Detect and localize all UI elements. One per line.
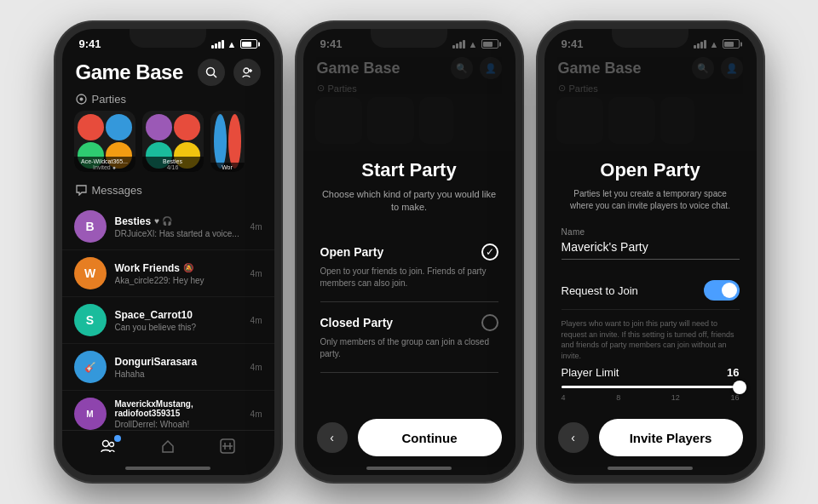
msg-name-spacecarrot: Space_Carrot10 — [115, 309, 242, 321]
party-name-field[interactable]: Name Maverick's Party — [562, 227, 740, 260]
nav-badge — [114, 435, 121, 442]
faded-add-3: 👤 — [721, 57, 743, 79]
open-party-radio[interactable]: ✓ — [481, 243, 498, 261]
config-content-3: Open Party Parties let you create a temp… — [544, 151, 757, 410]
closed-party-option[interactable]: Closed Party Only members of the group c… — [320, 302, 498, 373]
avatar-besties: B — [74, 210, 107, 243]
faded-title-3: Game Base — [558, 60, 642, 77]
message-item-maverick[interactable]: M MaverickxMustang, radiofoot359315 Drol… — [62, 391, 274, 430]
nav-party[interactable] — [219, 438, 236, 455]
status-icons-2: ▲ — [452, 39, 498, 49]
back-button-3[interactable]: ‹ — [558, 422, 589, 453]
home-indicator-1 — [125, 467, 210, 470]
message-item-besties[interactable]: B Besties ♥ 🎧 DRJuiceXl: Has started a v… — [62, 203, 274, 250]
phone-1-screen: 9:41 ▲ Game Base — [62, 29, 274, 475]
faded-add-2: 👤 — [480, 57, 502, 79]
faded-parties-label-3: ⊙Parties — [558, 83, 743, 94]
msg-time-workfriends: 4m — [251, 269, 262, 278]
msg-time-besties: 4m — [251, 222, 262, 232]
faded-search-2: 🔍 — [451, 57, 473, 79]
phones-container: 9:41 ▲ Game Base — [38, 5, 781, 499]
phone-1-notch — [130, 29, 206, 48]
search-button-1[interactable] — [198, 59, 225, 86]
msg-content-donguri: DonguriSarasara Hahaha — [115, 356, 242, 379]
msg-preview-donguri: Hahaha — [115, 369, 242, 379]
app-title-1: Game Base — [76, 60, 183, 84]
message-item-spacecarrot[interactable]: S Space_Carrot10 Can you believe this? 4… — [62, 297, 274, 344]
status-time-2: 9:41 — [320, 37, 343, 50]
svg-point-8 — [110, 443, 114, 447]
modal-bottom-2: ‹ Continue — [303, 410, 516, 456]
home-indicator-2 — [366, 467, 452, 470]
request-desc: Players who want to join this party will… — [562, 318, 740, 361]
start-party-modal: Start Party Choose which kind of party y… — [303, 151, 516, 467]
player-limit-slider[interactable] — [562, 386, 740, 388]
open-party-name: Open Party — [320, 245, 384, 259]
faded-title-2: Game Base — [317, 60, 400, 77]
status-icons-1: ▲ — [211, 39, 257, 49]
name-input[interactable]: Maverick's Party — [562, 240, 740, 260]
invite-players-button[interactable]: Invite Players — [599, 419, 743, 456]
msg-preview-spacecarrot: Can you believe this? — [115, 323, 242, 332]
tick-12: 12 — [671, 393, 680, 402]
phone-2: 9:41 ▲ Game Base 🔍 👤 ⊙Parties — [297, 22, 522, 482]
svg-point-7 — [103, 441, 109, 447]
name-label: Name — [562, 227, 740, 237]
svg-point-0 — [206, 68, 214, 76]
config-subtitle-3: Parties let you create a temporary space… — [562, 188, 740, 212]
faded-app-header-2: Game Base 🔍 👤 ⊙Parties — [303, 54, 516, 97]
faded-parties-label-2: ⊙Parties — [317, 83, 502, 94]
add-friend-button-1[interactable] — [233, 59, 261, 86]
svg-point-6 — [79, 98, 83, 101]
faded-parties-row-3 — [544, 97, 757, 151]
back-icon-3: ‹ — [571, 431, 575, 444]
modal-title-2: Start Party — [320, 159, 498, 181]
back-icon-2: ‹ — [330, 431, 334, 444]
continue-button[interactable]: Continue — [358, 419, 502, 456]
nav-home[interactable] — [159, 438, 176, 455]
party-card-aceWildcat[interactable]: Ace-Wildcat365... Invited ● — [74, 111, 135, 172]
closed-party-radio[interactable] — [481, 314, 498, 331]
nav-friends[interactable] — [100, 438, 117, 455]
message-item-donguri[interactable]: 🎸 DonguriSarasara Hahaha 4m — [62, 344, 274, 391]
msg-content-besties: Besties ♥ 🎧 DRJuiceXl: Has started a voi… — [115, 215, 242, 238]
phone-3: 9:41 ▲ Game Base 🔍 👤 ⊙Parties — [538, 22, 763, 482]
check-icon: ✓ — [486, 246, 494, 258]
signal-icon-1 — [211, 40, 224, 49]
party-card-besties[interactable]: Besties 4/16 — [142, 111, 204, 172]
message-list-1: B Besties ♥ 🎧 DRJuiceXl: Has started a v… — [62, 203, 274, 430]
phone-1: 9:41 ▲ Game Base — [55, 22, 281, 482]
status-time-1: 9:41 — [79, 37, 101, 50]
faded-parties-row-2 — [303, 97, 516, 151]
modal-bottom-3: ‹ Invite Players — [544, 410, 757, 456]
back-button-2[interactable]: ‹ — [317, 422, 348, 453]
msg-preview-workfriends: Aka_circle229: Hey hey — [115, 276, 242, 285]
request-label: Request to Join — [562, 284, 638, 297]
avatar-spacecarrot: S — [74, 304, 107, 336]
svg-point-2 — [244, 68, 249, 73]
msg-icon-workfriends: 🔕 — [183, 263, 193, 272]
phone-2-notch — [371, 29, 447, 48]
avatar-donguri: 🎸 — [74, 351, 107, 383]
status-time-3: 9:41 — [562, 37, 584, 50]
open-party-desc: Open to your friends to join. Friends of… — [320, 266, 498, 289]
message-item-workfriends[interactable]: W Work Friends 🔕 Aka_circle229: Hey hey … — [62, 250, 274, 297]
continue-label: Continue — [402, 431, 458, 445]
msg-time-donguri: 4m — [251, 363, 262, 372]
header-icons-1 — [198, 59, 261, 86]
party-card-work[interactable]: Wor — [210, 111, 245, 172]
request-toggle[interactable] — [704, 280, 740, 301]
bottom-nav-1 — [62, 430, 274, 467]
invite-players-label: Invite Players — [630, 431, 712, 445]
status-icons-3: ▲ — [694, 39, 740, 49]
battery-icon-1 — [240, 39, 257, 49]
player-limit-section: Player Limit 16 4 8 12 — [562, 366, 740, 402]
open-party-option[interactable]: Open Party ✓ Open to your friends to joi… — [320, 232, 498, 302]
phone-3-screen: 9:41 ▲ Game Base 🔍 👤 ⊙Parties — [544, 29, 757, 475]
faded-search-3: 🔍 — [692, 57, 714, 79]
slider-thumb[interactable] — [733, 381, 746, 394]
closed-party-header: Closed Party — [320, 314, 498, 331]
player-limit-label: Player Limit — [562, 366, 619, 379]
slider-ticks: 4 8 12 16 — [562, 393, 740, 402]
faded-app-header-3: Game Base 🔍 👤 ⊙Parties — [544, 54, 757, 97]
